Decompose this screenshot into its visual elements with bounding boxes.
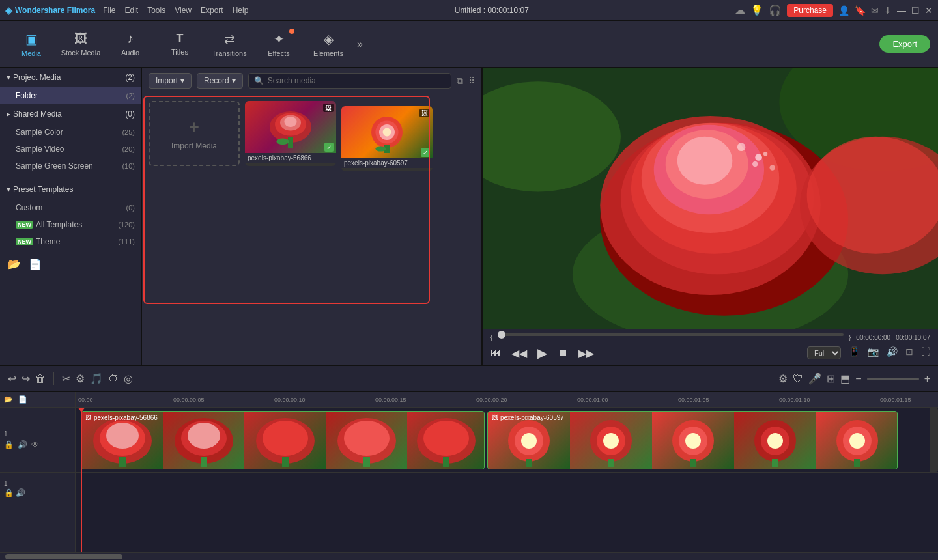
audio-lock-icon[interactable]: 🔒 (4, 488, 14, 497)
skip-back-button[interactable]: ⏮ (490, 347, 501, 359)
zoom-slider[interactable] (867, 378, 919, 380)
frame-forward-button[interactable]: ▶▶ (578, 347, 594, 359)
grid-view-icon[interactable]: ⠿ (468, 76, 475, 86)
mail-icon[interactable]: ✉ (871, 5, 879, 16)
sidebar-folder-label: Folder (16, 91, 38, 100)
play-button[interactable]: ▶ (537, 345, 547, 361)
mix-icon[interactable]: ⊞ (827, 372, 835, 385)
account-icon[interactable]: 👤 (838, 5, 849, 16)
volume-icon[interactable]: 🔊 (887, 346, 898, 359)
screen-mirror-icon[interactable]: 📱 (849, 346, 860, 359)
cloud-icon[interactable]: ☁ (735, 4, 745, 16)
audio-track-label: 1 🔒 🔊 (0, 473, 75, 505)
tool-media[interactable]: ▣ Media (8, 23, 55, 65)
shield-icon[interactable]: 🛡 (793, 373, 803, 385)
minimize-button[interactable]: — (897, 5, 906, 16)
add-media-icon[interactable]: 📄 (18, 395, 27, 404)
menu-tools[interactable]: Tools (147, 6, 165, 15)
horizontal-scrollbar[interactable] (0, 552, 938, 560)
add-file-icon[interactable]: 📄 (29, 258, 42, 270)
redo-button[interactable]: ↪ (21, 372, 30, 385)
video-clip-60597[interactable]: 🖼 pexels-pixabay-60597 (487, 411, 898, 469)
adjust-button[interactable]: ⚙ (76, 372, 85, 385)
tool-titles[interactable]: T Titles (156, 23, 203, 65)
cut-button[interactable]: ✂ (62, 372, 70, 385)
crop-icon[interactable]: ⊡ (905, 346, 913, 359)
sidebar-sample-green-screen[interactable]: Sample Green Screen (10) (0, 158, 141, 175)
import-button[interactable]: Import ▾ (149, 73, 192, 89)
eye-icon[interactable]: 👁 (31, 440, 39, 449)
mic-icon[interactable]: 🎤 (808, 372, 821, 385)
sidebar-sample-green-screen-label: Sample Green Screen (16, 161, 93, 171)
playback-controls-row: ⏮ ◀◀ ▶ ⏹ ▶▶ Full 📱 📷 🔊 ⊡ ⛶ (490, 345, 930, 361)
stop-button[interactable]: ⏹ (558, 347, 568, 359)
lock-icon[interactable]: 🔒 (4, 440, 14, 449)
menu-edit[interactable]: Edit (124, 6, 138, 15)
clip-name-60597: pexels-pixabay-60597 (500, 414, 564, 421)
audio-button[interactable]: 🎵 (90, 372, 103, 385)
progress-bar[interactable] (498, 333, 844, 336)
record-dropdown-icon[interactable]: ▾ (232, 76, 236, 85)
quality-select[interactable]: Full (807, 346, 841, 359)
tool-transitions[interactable]: ⇄ Transitions (206, 23, 253, 65)
stabilize-button[interactable]: ◎ (124, 372, 133, 385)
volume-track-icon[interactable]: 🔊 (18, 440, 27, 449)
tool-stock-media[interactable]: 🖼 Stock Media (57, 23, 104, 65)
sidebar-project-media[interactable]: ▾ Project Media (2) (0, 68, 141, 87)
media-thumb-60597[interactable]: pexels-pixabay-60597 🖼 ✓ (341, 106, 433, 171)
sidebar-sample-color[interactable]: Sample Color (25) (0, 124, 141, 141)
playhead[interactable] (81, 408, 82, 552)
sidebar-theme-label: Theme (36, 237, 60, 246)
menu-help[interactable]: Help (233, 6, 249, 15)
sidebar-custom[interactable]: Custom (0) (0, 199, 141, 216)
insert-icon[interactable]: ⬒ (840, 372, 850, 385)
sidebar-all-templates[interactable]: NEW All Templates (120) (0, 216, 141, 233)
progress-handle[interactable] (498, 331, 505, 339)
media-thumb-56866[interactable]: pexels-pixabay-56866 🖼 ✓ (245, 101, 336, 166)
sidebar-folder[interactable]: Folder (2) (0, 87, 141, 104)
menu-file[interactable]: File (103, 6, 115, 15)
filter-icon[interactable]: ⧉ (457, 76, 463, 87)
video-track: 🖼 pexels-pixabay-56866 (76, 408, 938, 473)
close-button[interactable]: ✕ (925, 5, 933, 16)
speed-button[interactable]: ⏱ (108, 373, 119, 385)
settings-icon[interactable]: ⚙ (778, 372, 788, 385)
sidebar-shared-media[interactable]: ▸ Shared Media (0) (0, 104, 141, 124)
tool-elements[interactable]: ◈ Elements (305, 23, 352, 65)
video-clip-56866[interactable]: 🖼 pexels-pixabay-56866 (81, 411, 485, 469)
sidebar-theme[interactable]: NEW Theme (111) (0, 233, 141, 250)
headset-icon[interactable]: 🎧 (769, 4, 782, 16)
zoom-out-icon[interactable]: − (855, 373, 861, 385)
timeline-ruler-area: 00:00 00:00:00:05 00:00:00:10 00:00:00:1… (76, 392, 938, 552)
add-track-icon[interactable]: 📂 (4, 395, 13, 404)
maximize-button[interactable]: ☐ (911, 5, 920, 16)
bracket-end[interactable]: } (849, 334, 851, 341)
tool-effects[interactable]: ✦ Effects (255, 23, 302, 65)
sidebar-sample-video[interactable]: Sample Video (20) (0, 141, 141, 158)
zoom-in-icon[interactable]: + (924, 373, 930, 385)
screenshot-icon[interactable]: 📷 (868, 346, 879, 359)
import-dropdown-icon[interactable]: ▾ (180, 76, 184, 85)
frame-back-button[interactable]: ◀◀ (511, 347, 527, 359)
timeline-right-handle[interactable] (930, 408, 938, 472)
audio-vol-icon[interactable]: 🔊 (16, 488, 25, 497)
sidebar-preset-templates[interactable]: ▾ Preset Templates (0, 180, 141, 199)
scrollbar-thumb[interactable] (5, 554, 122, 559)
undo-button[interactable]: ↩ (8, 372, 16, 385)
record-button[interactable]: Record ▾ (197, 73, 243, 89)
menu-view[interactable]: View (175, 6, 192, 15)
add-folder-icon[interactable]: 📂 (8, 258, 21, 270)
purchase-button[interactable]: Purchase (787, 4, 833, 17)
bookmark-icon[interactable]: 🔖 (855, 5, 866, 16)
toolbar-expand-button[interactable]: » (357, 38, 363, 50)
download-icon[interactable]: ⬇ (884, 5, 892, 16)
bracket-start[interactable]: { (490, 334, 492, 341)
bulb-icon[interactable]: 💡 (750, 4, 763, 16)
menu-export[interactable]: Export (201, 6, 223, 15)
export-button[interactable]: Export (879, 35, 930, 53)
delete-button[interactable]: 🗑 (35, 373, 46, 385)
tool-audio[interactable]: ♪ Audio (107, 23, 154, 65)
import-media-placeholder[interactable]: + Import Media (149, 101, 240, 166)
search-input[interactable] (268, 76, 446, 85)
fullscreen-icon[interactable]: ⛶ (921, 346, 930, 359)
